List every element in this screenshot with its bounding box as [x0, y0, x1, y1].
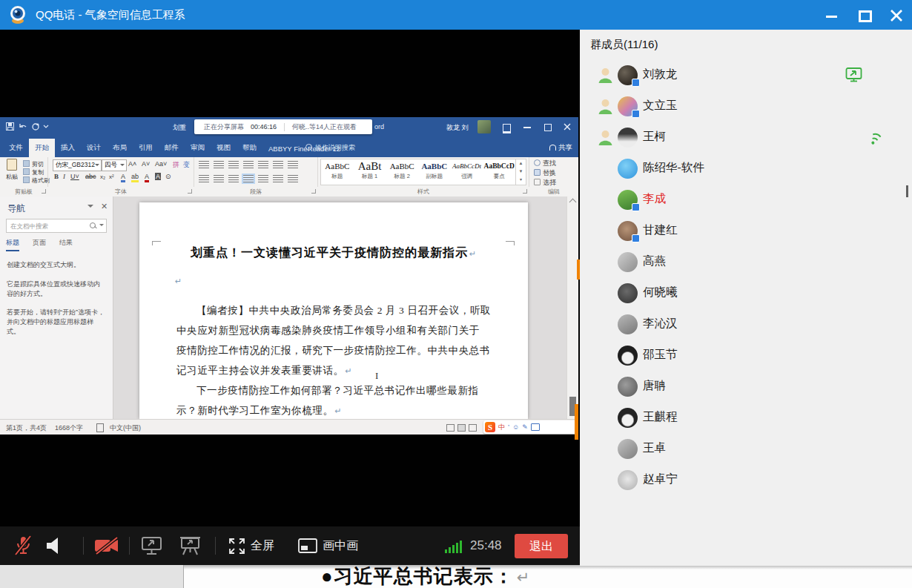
- clipboard-item[interactable]: 格式刷: [23, 176, 50, 185]
- input-method-toolbar[interactable]: S 中 ’ ☺ ✎: [483, 420, 578, 434]
- member-row[interactable]: 王柯: [580, 122, 912, 153]
- print-layout-icon[interactable]: [457, 424, 466, 432]
- ribbon-tab[interactable]: 审阅: [185, 139, 211, 157]
- member-row[interactable]: 何晓曦: [580, 277, 912, 308]
- member-row[interactable]: 唐聃: [580, 371, 912, 402]
- editing-item[interactable]: 替换: [534, 168, 556, 178]
- clipboard-item[interactable]: 剪切: [23, 160, 50, 168]
- font-size-combo[interactable]: 四号: [102, 159, 127, 171]
- word-count[interactable]: 1668个字: [55, 423, 83, 433]
- font-name-combo[interactable]: 仿宋_GB2312: [53, 159, 102, 171]
- line-spacing-icon[interactable]: [258, 175, 268, 182]
- save-icon[interactable]: [6, 122, 14, 132]
- page-indicator[interactable]: 第1页，共4页: [6, 423, 47, 433]
- text-effects-icon[interactable]: A: [121, 173, 125, 182]
- align-left-icon[interactable]: [199, 175, 209, 182]
- word-restore-button[interactable]: [538, 117, 558, 137]
- paragraph-launcher-icon[interactable]: [311, 189, 316, 194]
- style-item[interactable]: AaBbC 标题 2: [386, 159, 418, 185]
- search-options-caret-icon[interactable]: [99, 224, 104, 228]
- speaker-button[interactable]: [43, 526, 65, 565]
- sort-icon[interactable]: [273, 161, 283, 168]
- editing-item[interactable]: 查找: [534, 159, 556, 168]
- member-row[interactable]: 赵卓宁: [580, 464, 912, 495]
- screen-share-button[interactable]: [141, 526, 163, 565]
- superscript-button[interactable]: x²: [109, 174, 114, 180]
- member-row[interactable]: 王卓: [580, 433, 912, 464]
- multilevel-list-icon[interactable]: [228, 161, 239, 168]
- member-row[interactable]: 甘建红: [580, 215, 912, 246]
- nav-options-caret-icon[interactable]: [87, 205, 93, 211]
- member-row[interactable]: 文立玉: [580, 90, 912, 122]
- read-mode-icon[interactable]: [446, 424, 455, 432]
- member-row[interactable]: 李成: [580, 184, 912, 215]
- microphone-muted-button[interactable]: [12, 526, 34, 565]
- ribbon-tab[interactable]: 引用: [133, 139, 159, 157]
- document-scrollbar[interactable]: [566, 196, 578, 419]
- redo-icon[interactable]: [31, 122, 40, 132]
- style-item[interactable]: AaBbCcDt 强调: [451, 159, 483, 185]
- highlight-color-button[interactable]: ab: [131, 173, 139, 182]
- style-item[interactable]: AaBbCcD 要点: [483, 159, 515, 185]
- shading-icon[interactable]: [273, 175, 283, 182]
- ribbon-tab[interactable]: 设计: [81, 139, 107, 157]
- subscript-button[interactable]: x₂: [100, 174, 105, 180]
- grow-font-icon[interactable]: A˄: [128, 160, 136, 168]
- nav-tab[interactable]: 结果: [59, 238, 73, 251]
- font-color-button[interactable]: A: [145, 173, 149, 182]
- ribbon-tab[interactable]: 布局: [107, 139, 133, 157]
- shrink-font-icon[interactable]: A˅: [142, 160, 150, 168]
- close-button[interactable]: [884, 7, 909, 24]
- ribbon-tab[interactable]: 视图: [211, 139, 237, 157]
- word-close-button[interactable]: [558, 117, 577, 137]
- member-row[interactable]: 陈绍华-软件: [580, 153, 912, 184]
- ribbon-tab[interactable]: 插入: [55, 139, 81, 157]
- align-center-icon[interactable]: [214, 175, 224, 182]
- styles-launcher-icon[interactable]: [523, 189, 527, 194]
- sogou-logo-icon[interactable]: S: [485, 422, 495, 432]
- ribbon-tab[interactable]: 开始: [29, 139, 55, 157]
- phonetic-guide-icon[interactable]: 拼: [173, 160, 179, 170]
- word-share-button[interactable]: 共享: [549, 143, 572, 153]
- tell-me-search[interactable]: 操作说明搜索: [305, 143, 355, 153]
- quick-access-caret-icon[interactable]: [43, 122, 49, 131]
- document-page[interactable]: 划重点！一文读懂习近平关于疫情防控的最新指示 ↵ 【编者按】中共中央政治局常务委…: [139, 202, 528, 419]
- ribbon-tab[interactable]: 帮助: [237, 139, 262, 157]
- nav-tab[interactable]: 标题: [6, 238, 19, 251]
- pip-button[interactable]: 画中画: [298, 526, 358, 565]
- fullscreen-button[interactable]: 全屏: [228, 526, 274, 565]
- borders-icon[interactable]: [288, 175, 298, 182]
- bullets-icon[interactable]: [199, 161, 209, 168]
- camera-off-button[interactable]: [93, 526, 120, 565]
- chinese-mode-icon[interactable]: 中: [498, 423, 505, 432]
- exit-button[interactable]: 退出: [515, 534, 568, 558]
- align-right-icon[interactable]: [228, 175, 239, 182]
- pen-icon[interactable]: ✎: [522, 423, 528, 431]
- show-marks-icon[interactable]: [288, 161, 298, 168]
- member-row[interactable]: 高燕: [580, 246, 912, 277]
- word-minimize-button[interactable]: [518, 117, 537, 137]
- nav-close-icon[interactable]: ✕: [101, 202, 108, 211]
- keyboard-icon[interactable]: [531, 423, 540, 431]
- member-row[interactable]: 王麒程: [580, 402, 912, 433]
- undo-icon[interactable]: [19, 122, 27, 132]
- increase-indent-icon[interactable]: [258, 161, 268, 168]
- whiteboard-share-button[interactable]: [179, 526, 202, 565]
- strikethrough-button[interactable]: abc: [85, 173, 96, 180]
- scroll-up-icon[interactable]: [569, 199, 577, 206]
- web-layout-icon[interactable]: [469, 424, 477, 432]
- member-row[interactable]: 刘敦龙: [580, 59, 912, 90]
- emoji-icon[interactable]: ☺: [512, 423, 519, 431]
- ribbon-tab[interactable]: 邮件: [159, 139, 185, 157]
- char-shading-icon[interactable]: A: [155, 173, 161, 180]
- justify-icon[interactable]: [243, 175, 254, 182]
- font-launcher-icon[interactable]: [188, 189, 192, 194]
- styles-gallery-scroll[interactable]: ▲▼▾: [516, 159, 526, 185]
- char-scale-icon[interactable]: 变: [183, 160, 190, 170]
- member-row[interactable]: 邵玉节: [580, 340, 912, 371]
- underline-button[interactable]: U˅: [70, 173, 79, 180]
- nav-search-box[interactable]: [6, 219, 107, 233]
- style-item[interactable]: AaBbC 标题: [321, 159, 354, 185]
- member-scrollbar-thumb[interactable]: [906, 185, 908, 197]
- language-indicator[interactable]: 中文(中国): [110, 423, 141, 433]
